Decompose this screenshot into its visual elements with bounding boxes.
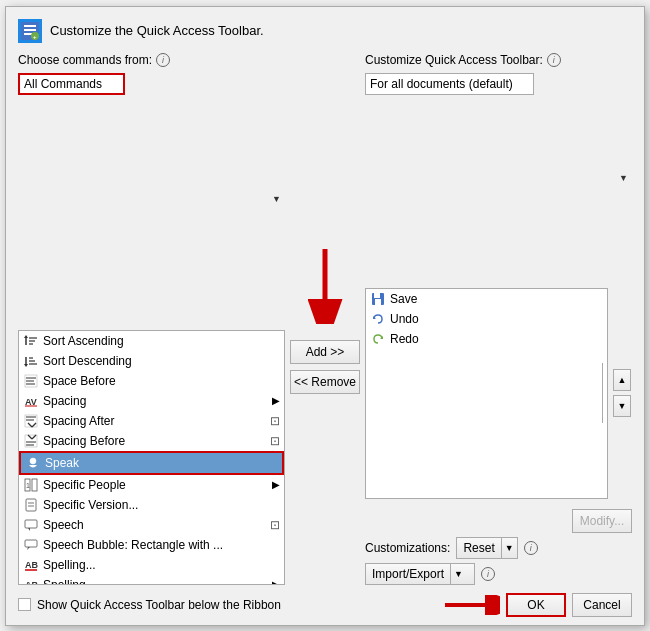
svg-line-26 bbox=[32, 423, 36, 427]
svg-rect-80 bbox=[374, 293, 380, 298]
remove-button[interactable]: << Remove bbox=[290, 370, 360, 394]
specific-version-label: Specific Version... bbox=[43, 498, 138, 512]
svg-marker-7 bbox=[24, 335, 28, 338]
qat-undo-icon bbox=[370, 311, 386, 327]
list-item[interactable]: Speech Bubble: Rectangle with ... bbox=[19, 535, 284, 555]
qat-scope-dropdown[interactable]: For all documents (default) bbox=[365, 73, 534, 95]
customize-qat-label: Customize Quick Access Toolbar: bbox=[365, 53, 543, 67]
sort-desc-icon bbox=[23, 353, 39, 369]
qat-toolbar: ▲ ▼ bbox=[612, 288, 632, 499]
customize-qat-label-row: Customize Quick Access Toolbar: i bbox=[365, 53, 632, 67]
qat-separator bbox=[602, 363, 603, 423]
spacing-after-label: Spacing After bbox=[43, 414, 114, 428]
qat-save-label: Save bbox=[390, 292, 417, 306]
customize-qat-info-icon[interactable]: i bbox=[547, 53, 561, 67]
reset-button-text[interactable]: Reset bbox=[457, 538, 501, 558]
qat-item-redo[interactable]: Redo bbox=[366, 329, 598, 349]
list-item[interactable]: AV Spacing ▶ bbox=[19, 391, 284, 411]
speech-label: Speech bbox=[43, 518, 84, 532]
spelling-icon: ABC bbox=[23, 577, 39, 585]
import-export-button-arrow[interactable]: ▼ bbox=[451, 564, 466, 584]
list-item[interactable]: Speech ⊡ bbox=[19, 515, 284, 535]
svg-rect-2 bbox=[24, 29, 36, 31]
svg-line-28 bbox=[28, 435, 32, 439]
modify-btn-row: Modify... bbox=[365, 509, 632, 533]
qat-list: Save Undo bbox=[365, 288, 608, 499]
move-down-button[interactable]: ▼ bbox=[613, 395, 631, 417]
list-item-speak[interactable]: Speak bbox=[19, 451, 284, 475]
footer-red-arrow-svg bbox=[440, 595, 500, 615]
list-item[interactable]: ABC Spelling ▶ bbox=[19, 575, 284, 585]
speech-bubble-icon bbox=[23, 537, 39, 553]
spacing-after-indicator: ⊡ bbox=[270, 414, 280, 428]
specific-version-icon bbox=[23, 497, 39, 513]
spelling-label: Spelling bbox=[43, 578, 86, 585]
speech-bubble-label: Speech Bubble: Rectangle with ... bbox=[43, 538, 223, 552]
ok-button[interactable]: OK bbox=[506, 593, 566, 617]
spacing-before-label: Spacing Before bbox=[43, 434, 125, 448]
list-item[interactable]: Spacing After ⊡ bbox=[19, 411, 284, 431]
svg-line-25 bbox=[28, 423, 32, 427]
list-item[interactable]: ABC Spelling... bbox=[19, 555, 284, 575]
spacing-after-icon bbox=[23, 413, 39, 429]
dialog-footer: Show Quick Access Toolbar below the Ribb… bbox=[18, 585, 632, 617]
list-item[interactable]: Spacing Before ⊡ bbox=[19, 431, 284, 451]
svg-line-29 bbox=[32, 435, 36, 439]
commands-list[interactable]: Sort Ascending Sort Descending Space Bef… bbox=[18, 330, 285, 585]
space-before-icon bbox=[23, 373, 39, 389]
svg-rect-41 bbox=[25, 540, 37, 547]
svg-text:ABC: ABC bbox=[25, 580, 38, 585]
svg-rect-36 bbox=[26, 499, 36, 511]
svg-rect-81 bbox=[375, 299, 381, 305]
import-export-button-text[interactable]: Import/Export bbox=[366, 564, 451, 584]
show-below-ribbon-checkbox[interactable] bbox=[18, 598, 31, 611]
svg-point-32 bbox=[30, 458, 36, 464]
import-export-row: Import/Export ▼ i bbox=[365, 563, 632, 585]
qat-redo-label: Redo bbox=[390, 332, 419, 346]
right-panel: Customize Quick Access Toolbar: i For al… bbox=[365, 53, 632, 585]
modify-button[interactable]: Modify... bbox=[572, 509, 632, 533]
qat-item-undo[interactable]: Undo bbox=[366, 309, 598, 329]
choose-commands-label-row: Choose commands from: i bbox=[18, 53, 285, 67]
move-up-button[interactable]: ▲ bbox=[613, 369, 631, 391]
svg-text:ABC: ABC bbox=[25, 560, 38, 570]
spelling-dots-label: Spelling... bbox=[43, 558, 96, 572]
choose-commands-info-icon[interactable]: i bbox=[156, 53, 170, 67]
space-before-label: Space Before bbox=[43, 374, 116, 388]
dialog-content: Choose commands from: i All Commands Sor… bbox=[18, 53, 632, 585]
svg-rect-39 bbox=[25, 520, 37, 528]
speech-icon bbox=[23, 517, 39, 533]
reset-split-button[interactable]: Reset ▼ bbox=[456, 537, 517, 559]
sort-asc-icon bbox=[23, 333, 39, 349]
choose-commands-label: Choose commands from: bbox=[18, 53, 152, 67]
qat-dropdown-wrapper: For all documents (default) bbox=[365, 73, 632, 284]
sort-asc-label: Sort Ascending bbox=[43, 334, 124, 348]
add-button[interactable]: Add >> bbox=[290, 340, 360, 364]
sort-desc-label: Sort Descending bbox=[43, 354, 132, 368]
speak-label: Speak bbox=[45, 456, 79, 470]
list-item[interactable]: Sort Descending bbox=[19, 351, 284, 371]
choose-commands-dropdown[interactable]: All Commands bbox=[18, 73, 125, 95]
svg-marker-42 bbox=[27, 547, 30, 550]
specific-people-label: Specific People bbox=[43, 478, 126, 492]
cancel-button[interactable]: Cancel bbox=[572, 593, 632, 617]
list-item[interactable]: 1 Specific People ▶ bbox=[19, 475, 284, 495]
svg-text:+: + bbox=[33, 34, 37, 40]
list-item[interactable]: Space Before bbox=[19, 371, 284, 391]
dialog-title-bar: + Customize the Quick Access Toolbar. bbox=[18, 19, 632, 43]
import-export-info-icon[interactable]: i bbox=[481, 567, 495, 581]
reset-button-arrow[interactable]: ▼ bbox=[502, 538, 517, 558]
footer-right: OK Cancel bbox=[440, 593, 632, 617]
qat-redo-icon bbox=[370, 331, 386, 347]
list-item[interactable]: Specific Version... bbox=[19, 495, 284, 515]
qat-item-save[interactable]: Save bbox=[366, 289, 598, 309]
red-arrow-svg bbox=[295, 244, 355, 324]
show-below-ribbon-label: Show Quick Access Toolbar below the Ribb… bbox=[37, 598, 281, 612]
list-item[interactable]: Sort Ascending bbox=[19, 331, 284, 351]
reset-info-icon[interactable]: i bbox=[524, 541, 538, 555]
import-export-split-button[interactable]: Import/Export ▼ bbox=[365, 563, 475, 585]
svg-rect-35 bbox=[32, 479, 37, 491]
svg-rect-1 bbox=[24, 25, 36, 27]
qat-items-container: Save Undo bbox=[366, 289, 598, 498]
spelling-dots-icon: ABC bbox=[23, 557, 39, 573]
